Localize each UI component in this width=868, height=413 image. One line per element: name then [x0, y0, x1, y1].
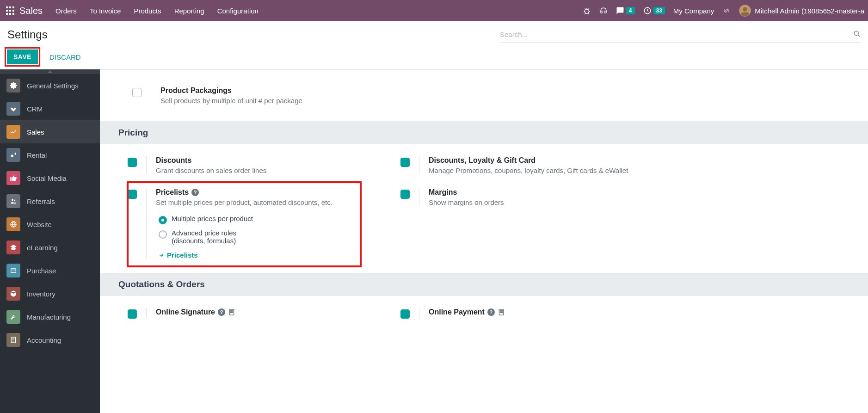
sidebar-item-manufacturing[interactable]: Manufacturing	[0, 305, 100, 328]
svg-rect-4	[9, 10, 11, 12]
sidebar-scroll-up[interactable]	[0, 69, 100, 74]
checkbox-margins[interactable]	[400, 190, 410, 199]
checkbox-product-packagings[interactable]	[132, 88, 142, 97]
user-menu[interactable]: Mitchell Admin (19085652-master-a	[739, 5, 864, 17]
radio-icon	[159, 230, 167, 239]
sidebar-item-label: General Settings	[27, 82, 79, 90]
setting-product-packagings: Product Packagings Sell products by mult…	[132, 84, 868, 109]
company-switcher[interactable]: My Company	[673, 7, 714, 15]
nav-configuration[interactable]: Configuration	[217, 7, 259, 15]
nav-products[interactable]: Products	[134, 7, 161, 15]
setting-title: Discounts	[156, 156, 266, 165]
setting-online-payment: Online Payment ?	[400, 305, 646, 323]
discard-button[interactable]: DISCARD	[45, 49, 86, 65]
help-icon[interactable]: ?	[191, 189, 199, 196]
save-button[interactable]: SAVE	[7, 49, 38, 64]
search-wrap[interactable]	[500, 26, 861, 43]
checkbox-discounts[interactable]	[128, 158, 137, 167]
cart-icon	[6, 264, 20, 277]
sidebar-item-social[interactable]: Social Media	[0, 166, 100, 190]
setting-pricelists: Pricelists ? Set multiple prices per pro…	[128, 185, 373, 264]
sidebar-item-general[interactable]: General Settings	[0, 74, 100, 97]
thumbs-up-icon	[6, 171, 20, 185]
users-icon	[6, 194, 20, 208]
online-payment-title-text: Online Payment	[429, 308, 485, 316]
pricelists-link[interactable]: Pricelists	[159, 251, 332, 259]
form-icon	[498, 308, 505, 316]
highlight-save: SAVE	[5, 47, 40, 67]
radio-label: Advanced price rules	[172, 229, 236, 237]
radio-sublabel: (discounts, formulas)	[172, 237, 236, 245]
setting-title: Margins	[429, 188, 504, 197]
main-content[interactable]: Product Packagings Sell products by mult…	[100, 69, 868, 413]
svg-point-11	[743, 7, 747, 12]
setting-desc: Set multiple prices per product, automat…	[156, 198, 332, 206]
svg-rect-22	[230, 310, 231, 311]
svg-rect-1	[9, 6, 11, 8]
sidebar-item-referrals[interactable]: Referrals	[0, 190, 100, 213]
activities-icon[interactable]: 33	[643, 6, 665, 15]
sidebar-item-label: Inventory	[27, 290, 55, 298]
form-icon	[228, 308, 235, 316]
setting-desc: Grant discounts on sales order lines	[156, 166, 266, 174]
arrow-right-icon	[159, 253, 164, 258]
svg-rect-29	[500, 312, 501, 313]
svg-rect-28	[502, 310, 503, 311]
svg-point-9	[585, 9, 589, 13]
setting-desc: Manage Promotions, coupons, loyalty card…	[429, 166, 628, 174]
sidebar-item-label: Accounting	[27, 336, 61, 344]
sidebar-item-label: Referrals	[27, 197, 55, 205]
messaging-icon[interactable]: 4	[616, 6, 635, 15]
checkbox-loyalty[interactable]	[400, 158, 410, 167]
sidebar-item-website[interactable]: Website	[0, 213, 100, 236]
nav-orders[interactable]: Orders	[55, 7, 77, 15]
setting-loyalty: Discounts, Loyalty & Gift Card Manage Pr…	[400, 154, 646, 179]
sidebar-item-label: Rental	[27, 151, 47, 159]
setting-title: Pricelists ?	[156, 188, 332, 197]
section-pricing-header: Pricing	[100, 121, 868, 144]
ledger-icon	[6, 333, 20, 347]
sidebar-item-label: CRM	[27, 105, 43, 113]
svg-rect-23	[232, 310, 233, 311]
radio-advanced-rules[interactable]: Advanced price rules (discounts, formula…	[159, 229, 332, 245]
sidebar-item-elearning[interactable]: eLearning	[0, 236, 100, 259]
page-title: Settings	[7, 28, 48, 41]
setting-title: Online Payment ?	[429, 308, 505, 316]
sidebar-item-rental[interactable]: Rental	[0, 143, 100, 166]
globe-icon	[6, 217, 20, 231]
box-icon	[6, 287, 20, 301]
nav-reporting[interactable]: Reporting	[174, 7, 204, 15]
link-text: Pricelists	[167, 251, 198, 259]
sidebar-item-inventory[interactable]: Inventory	[0, 282, 100, 305]
svg-point-13	[854, 31, 858, 35]
handshake-icon	[6, 102, 20, 116]
checkbox-online-signature[interactable]	[128, 309, 137, 319]
key-icon	[6, 148, 20, 162]
bug-icon[interactable]	[583, 6, 591, 15]
svg-rect-24	[230, 312, 231, 313]
search-input[interactable]	[500, 31, 850, 38]
sidebar-item-accounting[interactable]: Accounting	[0, 328, 100, 351]
svg-rect-0	[6, 6, 8, 8]
checkbox-online-payment[interactable]	[400, 309, 410, 319]
graduation-icon	[6, 240, 20, 254]
radio-label: Multiple prices per product	[172, 215, 253, 222]
help-icon[interactable]: ?	[218, 308, 225, 316]
app-brand[interactable]: Sales	[19, 6, 43, 16]
sidebar-item-sales[interactable]: Sales	[0, 120, 100, 143]
nav-to-invoice[interactable]: To Invoice	[90, 7, 121, 15]
setting-desc: Sell products by multiple of unit # per …	[160, 97, 302, 105]
sidebar-item-purchase[interactable]: Purchase	[0, 259, 100, 282]
support-icon[interactable]	[599, 6, 608, 15]
svg-point-16	[12, 199, 13, 201]
checkbox-pricelists[interactable]	[128, 190, 137, 199]
search-icon[interactable]	[853, 30, 861, 39]
debug-icon[interactable]	[722, 6, 731, 15]
svg-rect-12	[741, 12, 749, 16]
radio-multiple-prices[interactable]: Multiple prices per product	[159, 215, 332, 224]
apps-icon[interactable]	[4, 4, 17, 17]
help-icon[interactable]: ?	[487, 308, 495, 316]
svg-rect-7	[9, 13, 11, 15]
setting-title: Discounts, Loyalty & Gift Card	[429, 156, 628, 165]
sidebar-item-crm[interactable]: CRM	[0, 97, 100, 120]
